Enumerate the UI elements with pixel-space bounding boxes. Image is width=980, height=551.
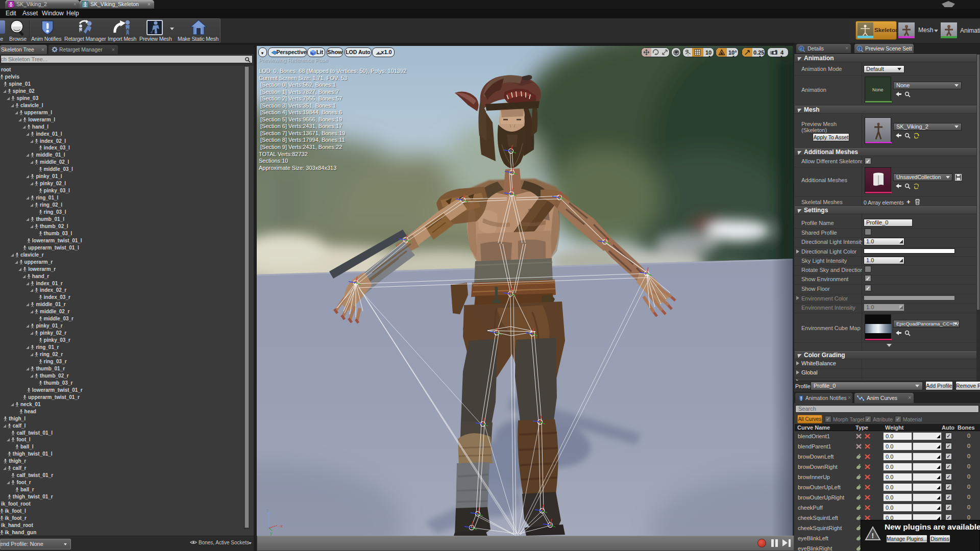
- svg-text:i: i: [800, 46, 801, 51]
- svg-text:y: y: [270, 531, 273, 536]
- svg-text:i: i: [859, 46, 860, 51]
- svg-text:!: !: [872, 532, 874, 540]
- svg-text:-x: -x: [279, 523, 283, 529]
- svg-text:z: z: [266, 508, 269, 513]
